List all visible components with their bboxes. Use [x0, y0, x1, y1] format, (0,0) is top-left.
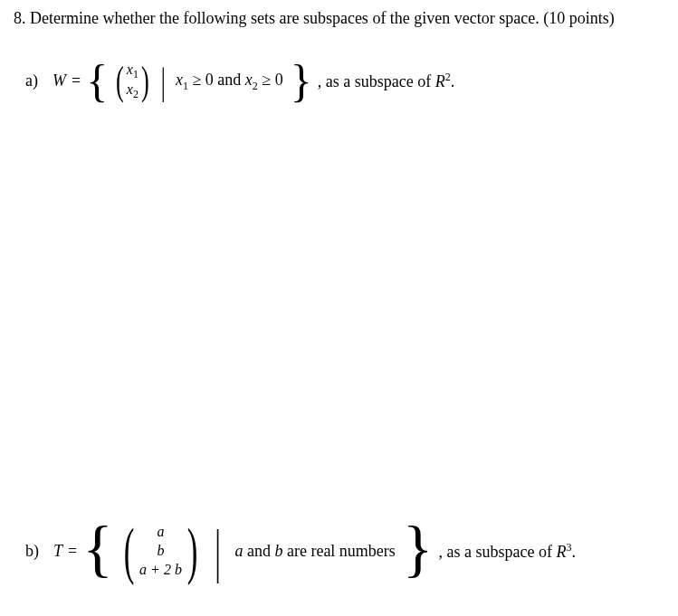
- equals-b: =: [68, 542, 77, 561]
- part-a-math: a) W = { ( x1 x2 ) | x1 ≥ 0 and x2 ≥ 0 }…: [25, 62, 454, 101]
- cond-a-sub1: 1: [183, 79, 188, 91]
- question-header: 8. Determine whether the following sets …: [14, 9, 664, 28]
- condition-a: x1 ≥ 0 and x2 ≥ 0: [176, 71, 283, 93]
- vec-a-r1-sub: 1: [133, 68, 138, 81]
- part-a-label: a): [25, 71, 38, 90]
- cond-a-x1: x: [176, 71, 183, 89]
- cond-a-x2: x: [245, 71, 253, 89]
- cond-a-ge1: ≥ 0 and: [192, 71, 244, 89]
- vec-b-row3: a + 2 b: [139, 561, 182, 580]
- vec-a-row1: x1: [127, 62, 138, 81]
- equals-a: =: [72, 71, 81, 90]
- vec-a-row2: x2: [127, 81, 138, 101]
- vec-b-row1: a: [157, 523, 164, 542]
- space-a: R: [435, 72, 445, 90]
- vector-a: ( x1 x2 ): [113, 62, 151, 101]
- tail-b-text: , as a subspace of: [438, 543, 556, 561]
- set-name-t: T: [53, 542, 62, 561]
- tail-a-text: , as a subspace of: [318, 72, 435, 90]
- vec-a-r2-sub: 2: [133, 88, 138, 100]
- question-number: 8.: [14, 9, 26, 27]
- space-b: R: [556, 543, 566, 561]
- cond-b-and: and: [243, 542, 274, 560]
- part-b-math: b) T = { ( a b a + 2 b ) | a and b are r…: [25, 523, 576, 579]
- vec-a-r2: x: [127, 81, 133, 97]
- period-a: .: [451, 72, 455, 90]
- vec-a-r1: x: [127, 62, 133, 77]
- tail-b: , as a subspace of R3.: [438, 541, 575, 562]
- tail-a: , as a subspace of R2.: [318, 71, 454, 91]
- cond-a-ge2: ≥ 0: [262, 71, 282, 89]
- period-b: .: [571, 543, 576, 561]
- part-b-label: b): [25, 542, 39, 561]
- set-name-w: W: [53, 71, 66, 90]
- condition-b: a and b are real numbers: [234, 542, 395, 561]
- question-prompt: Determine whether the following sets are…: [30, 9, 615, 27]
- vector-b: ( a b a + 2 b ): [119, 523, 203, 579]
- vec-b-row2: b: [157, 542, 164, 561]
- part-a: a) W = { ( x1 x2 ) | x1 ≥ 0 and x2 ≥ 0 }…: [25, 62, 454, 101]
- cond-b-rest: are real numbers: [282, 542, 395, 560]
- part-b: b) T = { ( a b a + 2 b ) | a and b are r…: [25, 523, 576, 579]
- cond-a-sub2: 2: [253, 79, 258, 91]
